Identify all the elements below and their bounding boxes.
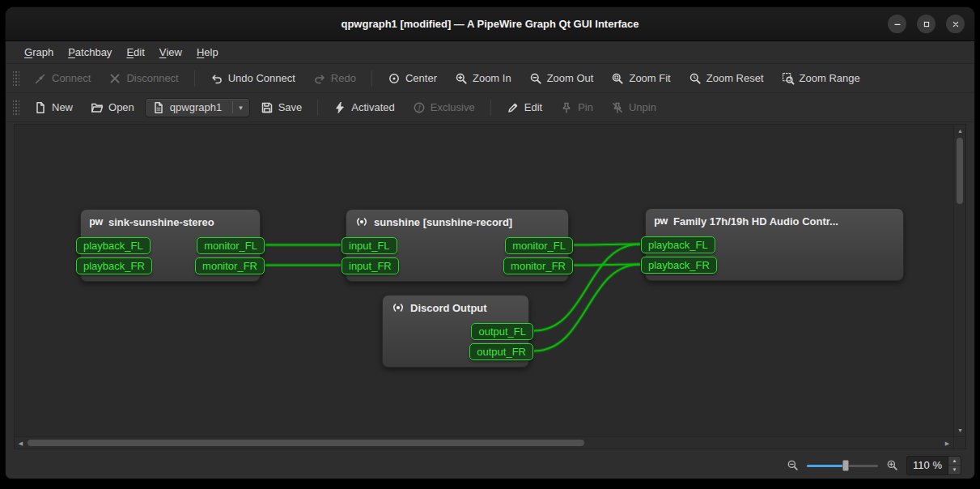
- node-header[interactable]: pwsink-sunshine-stereo: [81, 210, 260, 228]
- output-port[interactable]: monitor_FR: [195, 257, 265, 274]
- new-file-icon: [34, 101, 47, 114]
- toolbar-button-zoom-in[interactable]: Zoom In: [448, 68, 519, 89]
- edit-icon: [507, 101, 520, 114]
- node-header[interactable]: Discord Output: [383, 296, 528, 314]
- toolbar-button-zoom-fit[interactable]: Zoom Fit: [604, 68, 677, 89]
- minimize-button[interactable]: [888, 15, 906, 33]
- zoom-slider[interactable]: [807, 459, 878, 472]
- zoom-spinbox[interactable]: 110 % ▲ ▼: [906, 456, 961, 475]
- zoom-out-status-icon[interactable]: [787, 459, 799, 471]
- scrollbar-corner: [953, 437, 965, 449]
- svg-text:f: f: [418, 104, 422, 112]
- graph-node-sunshine[interactable]: sunshine [sunshine-record]input_FLinput_…: [346, 209, 569, 282]
- toolbar-button-label: Connect: [52, 72, 91, 84]
- graph-canvas[interactable]: pwsink-sunshine-stereoplayback_FLplaybac…: [15, 125, 953, 436]
- toolbar-button-label: Zoom Range: [800, 72, 860, 84]
- patchbay-selector-combo[interactable]: qpwgraph1▾: [145, 98, 250, 117]
- zoom-range-icon: [782, 72, 795, 85]
- save-icon: [261, 101, 274, 114]
- connection-line: [574, 244, 640, 245]
- toolbar-button-label: Save: [278, 101, 303, 113]
- toolbar-button-save[interactable]: Save: [253, 97, 310, 118]
- input-port[interactable]: input_FL: [342, 237, 397, 254]
- toolbar-button-label: Zoom Fit: [629, 72, 670, 84]
- output-port[interactable]: output_FR: [469, 343, 533, 360]
- scroll-right-arrow[interactable]: ▶: [941, 437, 953, 449]
- toolbar-button-activated[interactable]: Activated: [326, 97, 401, 118]
- connection-line: [574, 265, 640, 266]
- toolbar-button-zoom-reset[interactable]: Zoom Reset: [681, 68, 771, 89]
- activated-icon: [333, 101, 346, 114]
- node-title: sink-sunshine-stereo: [108, 216, 214, 228]
- menubar-item-view[interactable]: View: [152, 41, 189, 63]
- toolbar-button-label: Zoom Reset: [706, 72, 764, 84]
- toolbar-button-open[interactable]: Open: [83, 97, 142, 118]
- node-header[interactable]: pwFamily 17h/19h HD Audio Contr...: [646, 209, 903, 227]
- input-port[interactable]: playback_FL: [76, 237, 151, 254]
- toolbar-button-exclusive[interactable]: fExclusive: [405, 97, 482, 118]
- redo-icon: [313, 72, 326, 85]
- undo-icon: [210, 72, 223, 85]
- graph-node-family-audio[interactable]: pwFamily 17h/19h HD Audio Contr...playba…: [645, 208, 904, 281]
- vertical-scrollbar[interactable]: ▲ ▼: [953, 125, 965, 436]
- scroll-down-arrow[interactable]: ▼: [954, 424, 966, 436]
- input-port[interactable]: playback_FR: [641, 257, 717, 274]
- graph-node-discord-output[interactable]: Discord Outputoutput_FLoutput_FR: [382, 295, 529, 368]
- toolbar-button-redo[interactable]: Redo: [306, 68, 363, 89]
- zoom-in-status-icon[interactable]: [886, 459, 898, 471]
- toolbar-button-label: Center: [405, 72, 437, 84]
- zoom-slider-handle[interactable]: [842, 460, 849, 471]
- menubar: GraphPatchbayEditViewHelp: [6, 41, 974, 64]
- graph-node-sink-sunshine-stereo[interactable]: pwsink-sunshine-stereoplayback_FLplaybac…: [80, 209, 261, 282]
- toolbar-button-center[interactable]: Center: [380, 68, 444, 89]
- toolbar-button-new[interactable]: New: [27, 97, 80, 118]
- zoom-spin-down-button[interactable]: ▼: [948, 465, 961, 474]
- statusbar: 110 % ▲ ▼: [6, 452, 974, 478]
- app-window: qpwgraph1 [modified] — A PipeWire Graph …: [5, 6, 975, 479]
- toolbar-button-label: qpwgraph1: [170, 101, 222, 113]
- exclusive-icon: f: [413, 101, 426, 114]
- scroll-up-arrow[interactable]: ▲: [954, 125, 966, 137]
- toolbar-button-undo-connect[interactable]: Undo Connect: [203, 68, 303, 89]
- menubar-item-edit[interactable]: Edit: [119, 41, 151, 63]
- input-port[interactable]: playback_FL: [641, 236, 715, 253]
- close-button[interactable]: [946, 15, 965, 33]
- scroll-left-arrow[interactable]: ◀: [15, 437, 27, 449]
- toolbar-button-zoom-out[interactable]: Zoom Out: [522, 68, 601, 89]
- menubar-item-help[interactable]: Help: [189, 41, 226, 63]
- menubar-item-patchbay[interactable]: Patchbay: [61, 41, 119, 63]
- zoom-spin-up-button[interactable]: ▲: [948, 457, 961, 466]
- toolbar-button-connect[interactable]: Connect: [27, 68, 98, 89]
- toolbar-button-edit[interactable]: Edit: [499, 97, 549, 118]
- toolbar-file: NewOpenqpwgraph1▾SaveActivatedfExclusive…: [6, 93, 974, 122]
- toolbar-button-pin[interactable]: Pin: [553, 97, 600, 118]
- titlebar[interactable]: qpwgraph1 [modified] — A PipeWire Graph …: [6, 7, 974, 41]
- output-port[interactable]: monitor_FL: [505, 237, 573, 254]
- toolbar-separator: [194, 70, 195, 87]
- input-port[interactable]: playback_FR: [76, 257, 152, 274]
- output-port[interactable]: output_FL: [471, 323, 533, 340]
- output-port[interactable]: monitor_FR: [503, 257, 573, 274]
- horizontal-scrollbar-thumb[interactable]: [28, 440, 584, 446]
- unpin-icon: [611, 101, 624, 114]
- input-port[interactable]: input_FR: [342, 257, 399, 274]
- menubar-item-graph[interactable]: Graph: [17, 41, 61, 63]
- node-header[interactable]: sunshine [sunshine-record]: [346, 210, 568, 228]
- horizontal-scrollbar[interactable]: ◀ ▶: [15, 437, 953, 449]
- toolbar-handle[interactable]: [13, 70, 19, 87]
- toolbar-button-zoom-range[interactable]: Zoom Range: [774, 68, 868, 89]
- vertical-scrollbar-thumb[interactable]: [957, 138, 963, 204]
- toolbar-button-disconnect[interactable]: Disconnect: [101, 68, 185, 89]
- maximize-button[interactable]: [917, 15, 935, 33]
- toolbar-button-label: Activated: [351, 101, 394, 113]
- pipewire-icon: pw: [89, 215, 103, 228]
- output-port[interactable]: monitor_FL: [197, 237, 265, 254]
- toolbar-button-label: Redo: [331, 72, 356, 84]
- toolbar-button-unpin[interactable]: Unpin: [604, 97, 664, 118]
- toolbar-button-label: Zoom In: [473, 72, 511, 84]
- connect-icon: [34, 72, 47, 85]
- record-icon: [391, 301, 405, 314]
- toolbar-handle[interactable]: [13, 100, 19, 116]
- toolbar-button-label: Exclusive: [431, 101, 475, 113]
- toolbar-button-label: Pin: [578, 101, 593, 113]
